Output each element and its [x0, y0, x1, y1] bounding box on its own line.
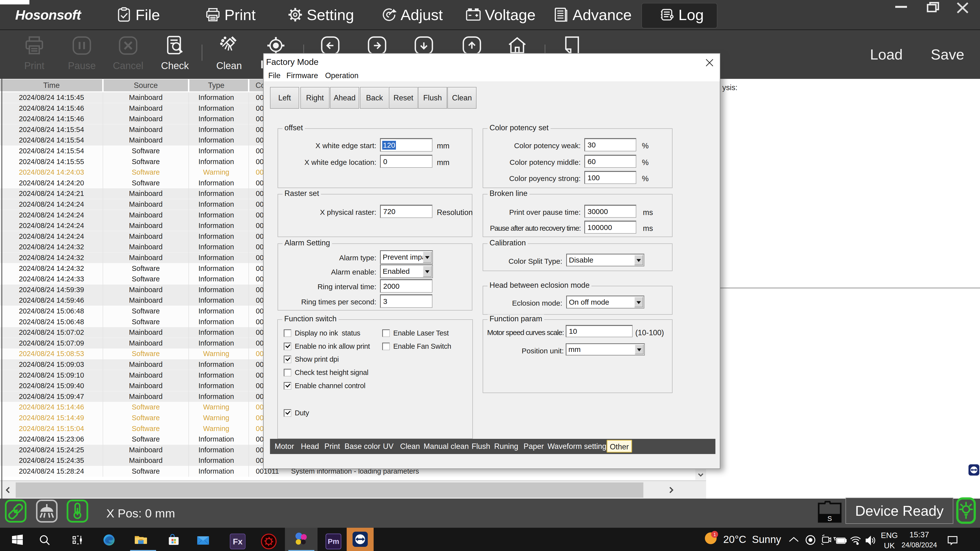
svg-text:S: S: [827, 515, 832, 522]
svg-text:1: 1: [713, 532, 716, 537]
